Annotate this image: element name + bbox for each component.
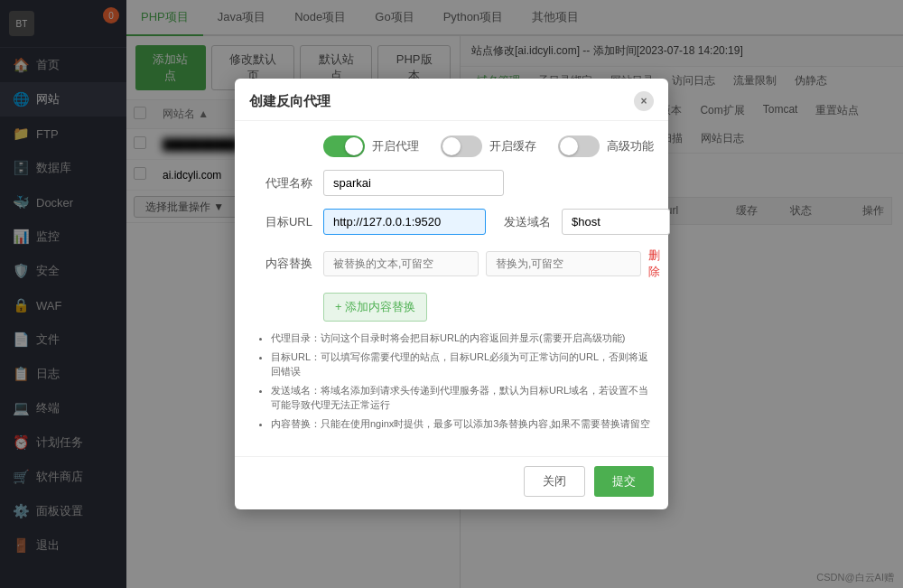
toggle-knob-cache <box>442 137 461 155</box>
info-item-1: 目标URL：可以填写你需要代理的站点，目标URL必须为可正常访问的URL，否则将… <box>271 350 654 379</box>
toggle-enable-proxy: 开启代理 <box>323 135 419 157</box>
enable-proxy-toggle[interactable] <box>323 135 365 157</box>
page-wrapper: BT 0 🏠 首页 🌐 网站 📁 FTP 🗄️ 数据库 🐳 Docker 📊 监… <box>0 0 903 588</box>
target-url-label: 目标URL <box>249 214 312 230</box>
info-item-2: 发送域名：将域名添加到请求头传递到代理服务器，默认为目标URL域名，若设置不当可… <box>271 383 654 413</box>
toggle-advanced: 高级功能 <box>558 135 654 157</box>
add-replace-button[interactable]: + 添加内容替换 <box>323 293 427 322</box>
target-url-input[interactable] <box>323 209 486 235</box>
proxyname-input[interactable] <box>323 170 504 196</box>
toggle-group: 开启代理 开启缓存 高级功能 <box>323 135 654 157</box>
info-list: 代理目录：访问这个目录时将会把目标URL的内容返回并显示(需要开启高级功能) 目… <box>258 331 654 431</box>
advanced-label: 高级功能 <box>607 138 654 154</box>
replace-to-input[interactable] <box>486 251 641 276</box>
dialog-footer: 关闭 提交 <box>235 456 668 509</box>
toggle-knob-proxy <box>345 137 363 155</box>
dialog-proxyname-row: 代理名称 <box>249 170 654 196</box>
toggle-knob-advanced <box>560 137 578 155</box>
dialog-overlay: 创建反向代理 × 开启代理 <box>0 0 903 588</box>
submit-button[interactable]: 提交 <box>594 466 654 497</box>
dialog-header: 创建反向代理 × <box>235 79 668 121</box>
enable-cache-toggle[interactable] <box>441 135 482 157</box>
dialog-toggle-row: 开启代理 开启缓存 高级功能 <box>249 135 654 157</box>
replace-from-input[interactable] <box>323 251 479 276</box>
dialog-url-row: 目标URL 发送域名 <box>249 209 654 235</box>
info-item-0: 代理目录：访问这个目录时将会把目标URL的内容返回并显示(需要开启高级功能) <box>271 331 654 346</box>
advanced-toggle[interactable] <box>558 135 600 157</box>
dialog-title: 创建反向代理 <box>249 93 330 110</box>
enable-cache-label: 开启缓存 <box>489 138 536 154</box>
send-domain-label: 发送域名 <box>497 214 551 230</box>
replace-label: 内容替换 <box>249 256 312 272</box>
delete-replace-button[interactable]: 删除 <box>648 247 660 280</box>
send-domain-input[interactable] <box>562 209 670 235</box>
dialog-body: 开启代理 开启缓存 高级功能 <box>235 121 668 456</box>
info-item-3: 内容替换：只能在使用nginx时提供，最多可以添加3条替换内容,如果不需要替换请… <box>271 416 654 432</box>
enable-proxy-label: 开启代理 <box>372 138 419 154</box>
dialog-replace-row: 内容替换 删除 <box>249 247 654 280</box>
proxyname-label: 代理名称 <box>249 175 312 191</box>
dialog-close-button[interactable]: × <box>634 91 654 111</box>
replace-inputs: 删除 <box>323 247 660 280</box>
toggle-enable-cache: 开启缓存 <box>441 135 536 157</box>
create-proxy-dialog: 创建反向代理 × 开启代理 <box>235 79 668 509</box>
cancel-button[interactable]: 关闭 <box>524 466 585 497</box>
